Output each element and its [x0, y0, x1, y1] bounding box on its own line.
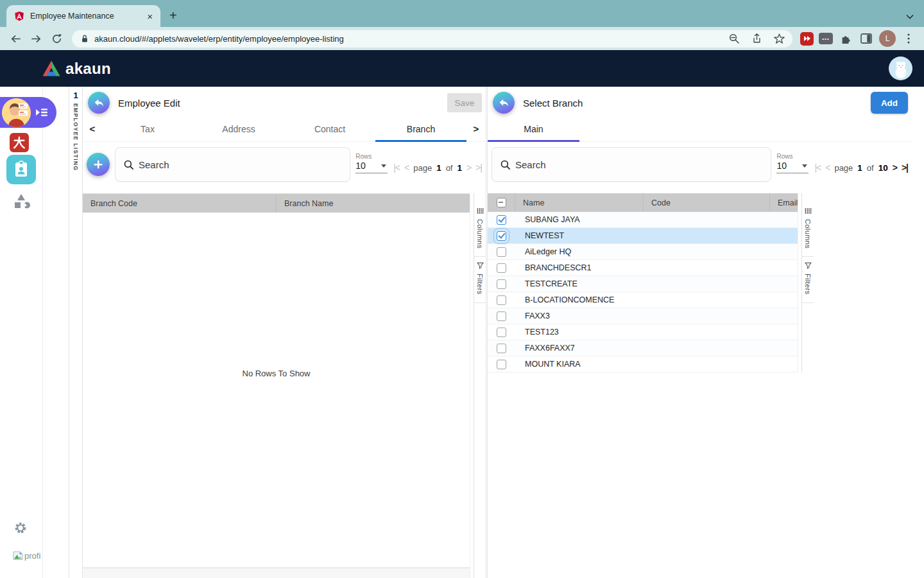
add-button[interactable]: Add [871, 92, 908, 114]
select-all-checkbox[interactable] [497, 198, 506, 207]
share-icon[interactable] [748, 31, 765, 46]
browser-tab[interactable]: Employee Maintenance × [6, 5, 160, 27]
tabs-scroll-right-icon[interactable]: > [466, 116, 486, 141]
select-all-checkbox-cell[interactable] [488, 193, 515, 212]
table-row[interactable]: FAXX3 [488, 308, 798, 324]
akaun-logo[interactable]: akaun [42, 60, 111, 78]
rows-per-page-select[interactable]: Rows 10 [355, 153, 388, 173]
column-header-code[interactable]: Code [643, 193, 769, 212]
url-text[interactable]: akaun.cloud/#/applets/wavelet/erp/entity… [94, 34, 720, 44]
page-next-button[interactable]: > [466, 162, 471, 173]
sidebar-item-dahua-app[interactable] [10, 133, 29, 152]
row-checkbox-cell[interactable] [488, 328, 515, 337]
row-checkbox[interactable] [497, 247, 506, 257]
row-checkbox[interactable] [497, 231, 506, 241]
row-checkbox[interactable] [497, 215, 506, 225]
tab[interactable]: Contact [284, 116, 375, 141]
branch-list-search-box[interactable] [492, 147, 771, 182]
rows-per-page-select[interactable]: Rows 10 [776, 153, 809, 173]
reload-icon[interactable] [49, 31, 64, 46]
row-checkbox-cell[interactable] [488, 231, 515, 241]
tabs-scroll-left-icon[interactable]: < [83, 116, 102, 141]
settings-gear-icon[interactable] [13, 521, 28, 535]
back-button[interactable] [493, 92, 515, 114]
filters-tool-tab[interactable]: Filters [474, 257, 486, 303]
extensions-puzzle-icon[interactable] [838, 31, 853, 46]
collapse-menu-icon[interactable] [35, 107, 49, 118]
column-header-branch-code[interactable]: Branch Code [83, 194, 276, 213]
tab[interactable]: Address [193, 116, 284, 141]
new-tab-button[interactable]: + [169, 9, 177, 22]
row-checkbox[interactable] [497, 295, 506, 305]
table-row[interactable]: B-LOCATIONCOMENCE [488, 292, 798, 308]
page-word: page [834, 163, 853, 173]
search-input[interactable] [139, 159, 341, 170]
table-row[interactable]: TESTCREATE [488, 276, 798, 292]
save-button[interactable]: Save [447, 93, 482, 112]
page-first-button[interactable]: |< [814, 162, 821, 173]
tab[interactable]: Main [488, 116, 579, 141]
page-last-button[interactable]: >| [475, 162, 482, 173]
column-header-email[interactable]: Email [769, 193, 798, 212]
side-panel-icon[interactable] [859, 31, 874, 46]
row-checkbox-cell[interactable] [488, 247, 515, 257]
page-last-button[interactable]: >| [902, 162, 908, 173]
table-row[interactable]: FAXX6FAXX7 [488, 340, 798, 356]
workspace-label: EMPLOYEE LISTING [73, 103, 79, 171]
tab[interactable]: Tax [102, 116, 193, 141]
row-checkbox[interactable] [497, 344, 506, 353]
forward-arrow-icon[interactable] [28, 31, 44, 46]
bookmark-star-icon[interactable] [771, 31, 787, 46]
tab[interactable]: Branch [375, 116, 466, 141]
row-checkbox-cell[interactable] [488, 360, 515, 369]
row-checkbox-cell[interactable] [488, 295, 515, 305]
row-checkbox[interactable] [497, 311, 506, 321]
row-checkbox[interactable] [497, 360, 506, 369]
page-prev-button[interactable]: < [825, 162, 830, 173]
columns-tool-tab[interactable]: Columns [802, 202, 814, 257]
pagination: |< < page 1 of 10 > >| [814, 162, 908, 173]
page-first-button[interactable]: |< [393, 162, 400, 173]
sidebar-item-badge-app[interactable] [6, 155, 36, 184]
row-checkbox[interactable] [497, 263, 506, 273]
columns-tool-tab[interactable]: Columns [474, 202, 486, 257]
table-row[interactable]: AiLedger HQ [488, 244, 798, 260]
row-checkbox-cell[interactable] [488, 263, 515, 273]
row-checkbox-cell[interactable] [488, 215, 515, 225]
row-checkbox[interactable] [497, 279, 506, 289]
sidebar-item-media-app[interactable] [11, 193, 31, 210]
row-checkbox[interactable] [497, 328, 506, 337]
tab-close-icon[interactable]: × [147, 12, 153, 21]
table-row[interactable]: SUBANG JAYA [488, 212, 798, 228]
url-bar[interactable]: akaun.cloud/#/applets/wavelet/erp/entity… [72, 30, 792, 48]
columns-tab-label: Columns [804, 219, 812, 249]
workspace-rail[interactable]: 1 EMPLOYEE LISTING [69, 87, 83, 578]
column-header-branch-name[interactable]: Branch Name [276, 194, 470, 213]
zoom-out-icon[interactable] [726, 31, 742, 46]
add-row-button[interactable] [87, 153, 110, 176]
user-avatar[interactable] [889, 57, 912, 80]
back-arrow-icon[interactable] [8, 31, 23, 46]
search-input[interactable] [515, 159, 762, 170]
table-row[interactable]: BRANCHDESCR1 [488, 260, 798, 276]
page-next-button[interactable]: > [893, 162, 897, 173]
back-button[interactable] [88, 92, 110, 114]
extension-password-icon[interactable]: ••• [819, 33, 833, 44]
row-checkbox-cell[interactable] [488, 311, 515, 321]
page-prev-button[interactable]: < [404, 162, 409, 173]
sidebar-item-employee-app-active[interactable] [0, 97, 56, 128]
row-checkbox-cell[interactable] [488, 344, 515, 353]
extension-adblock-icon[interactable] [800, 32, 814, 46]
horizontal-scrollbar[interactable] [83, 568, 470, 578]
row-checkbox-cell[interactable] [488, 279, 515, 289]
table-row[interactable]: NEWTEST [488, 228, 798, 244]
employee-edit-tab-bar: < Tax Address Contact Branch > [83, 116, 486, 142]
column-header-name[interactable]: Name [515, 193, 643, 212]
filters-tool-tab[interactable]: Filters [802, 257, 814, 303]
tab-search-chevron-icon[interactable] [906, 14, 914, 19]
branch-search-box[interactable] [115, 147, 350, 182]
table-row[interactable]: MOUNT KIARA [488, 356, 798, 372]
browser-profile-avatar[interactable]: L [879, 30, 896, 47]
table-row[interactable]: TEST123 [488, 324, 798, 340]
kebab-menu-icon[interactable] [901, 31, 916, 46]
